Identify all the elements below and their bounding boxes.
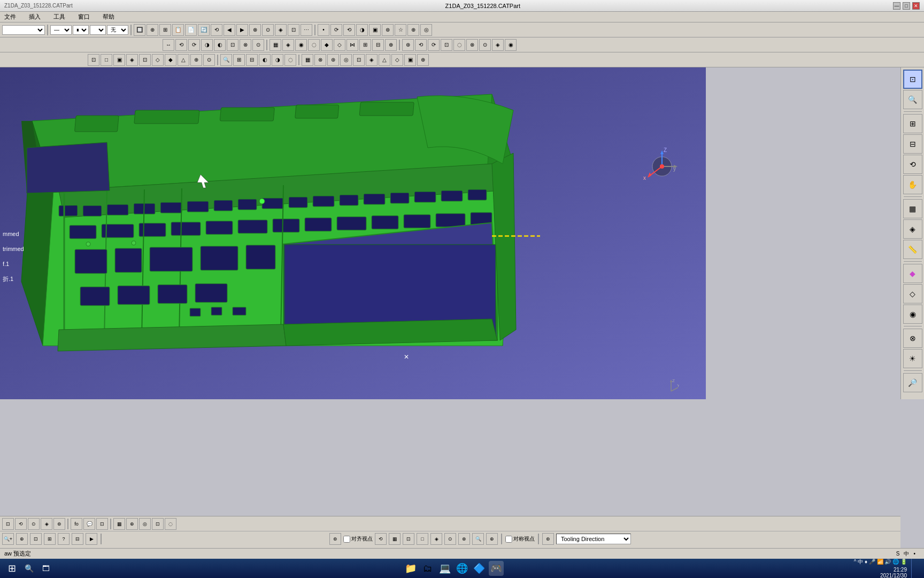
- show-desktop-btn[interactable]: [911, 559, 920, 578]
- tb1-btn6[interactable]: 🔄: [198, 24, 210, 36]
- bctr1-btn12[interactable]: ⊡: [152, 518, 164, 530]
- align-view-checkbox[interactable]: [343, 536, 350, 543]
- tb3-btn26[interactable]: ⊕: [417, 54, 429, 66]
- minimize-btn[interactable]: —: [893, 2, 900, 10]
- bctr2-t1[interactable]: ⊡: [403, 533, 414, 545]
- tb2-btn10[interactable]: ◈: [282, 39, 294, 51]
- bctr1-btn11[interactable]: ◎: [139, 518, 151, 530]
- tb3-btn10[interactable]: ⊙: [203, 54, 215, 66]
- bctr1-btn5[interactable]: ⊛: [53, 518, 65, 530]
- viewport[interactable]: ✕ mmed trimmed f.1 折.1 Z y x: [0, 67, 706, 399]
- tb2-btn27[interactable]: ◉: [505, 39, 517, 51]
- tb2-btn6[interactable]: ⊡: [227, 39, 238, 51]
- bctr2-grid2[interactable]: ▦: [389, 533, 401, 545]
- tb1-btn19[interactable]: ▣: [369, 24, 381, 36]
- tb2-btn15[interactable]: ⋈: [346, 39, 358, 51]
- tb2-btn13[interactable]: ◆: [321, 39, 333, 51]
- menu-window[interactable]: 窗口: [76, 12, 92, 22]
- rt-btn-grid[interactable]: ▦: [903, 199, 922, 218]
- tooling-direction-dropdown[interactable]: Tooling Direction: [556, 534, 631, 544]
- tb3-btn16[interactable]: ◌: [284, 54, 296, 66]
- tb3-btn13[interactable]: ⊟: [246, 54, 258, 66]
- tb1-btn21[interactable]: ☆: [395, 24, 406, 36]
- bctr2-tooldir-icon[interactable]: ⊛: [542, 533, 554, 545]
- tb1-btn1[interactable]: 🔲: [134, 24, 145, 36]
- tb2-btn2[interactable]: ⟲: [175, 39, 187, 51]
- rt-btn-select[interactable]: ⊡: [903, 70, 922, 89]
- tb2-btn7[interactable]: ⊗: [240, 39, 251, 51]
- tb3-btn17[interactable]: ▦: [302, 54, 313, 66]
- bctr2-zoom-out[interactable]: ⊕: [16, 533, 28, 545]
- bctr2-t3[interactable]: ◈: [430, 533, 442, 545]
- bctr1-btn1[interactable]: ⊡: [2, 518, 14, 530]
- window-controls[interactable]: — □ ✕: [893, 2, 920, 10]
- rt-btn-rotate[interactable]: ⟲: [903, 155, 922, 174]
- combo-color[interactable]: ■: [73, 25, 89, 35]
- tb2-btn21[interactable]: ⟳: [428, 39, 440, 51]
- bctr1-btn8[interactable]: ⊡: [96, 518, 108, 530]
- combo-none[interactable]: 无: [107, 25, 128, 35]
- combo-thickness[interactable]: [90, 25, 106, 35]
- bctr1-btn13[interactable]: ◌: [165, 518, 176, 530]
- tb2-btn17[interactable]: ⊟: [372, 39, 384, 51]
- tb1-btn15[interactable]: •: [318, 24, 329, 36]
- tb3-btn12[interactable]: ⊞: [233, 54, 245, 66]
- bctr1-btn3[interactable]: ⊙: [28, 518, 40, 530]
- tb1-btn10[interactable]: ⊗: [249, 24, 261, 36]
- menu-help[interactable]: 帮助: [101, 12, 117, 22]
- tb2-btn26[interactable]: ◈: [492, 39, 504, 51]
- rt-btn-search[interactable]: 🔎: [903, 373, 922, 392]
- tb2-btn24[interactable]: ⊗: [466, 39, 478, 51]
- tb3-btn14[interactable]: ◐: [259, 54, 271, 66]
- tb3-btn21[interactable]: ⊡: [353, 54, 365, 66]
- bctr2-fit[interactable]: ⊡: [30, 533, 42, 545]
- rt-btn-snap[interactable]: ◈: [903, 219, 922, 239]
- tb3-btn20[interactable]: ◎: [340, 54, 352, 66]
- combo-workspace[interactable]: [2, 25, 45, 35]
- bctr2-t5[interactable]: ⊗: [458, 533, 470, 545]
- tb1-btn23[interactable]: ◎: [420, 24, 432, 36]
- rt-btn-light[interactable]: ☀: [903, 349, 922, 368]
- rt-btn-view1[interactable]: ⊞: [903, 114, 922, 133]
- tb3-btn24[interactable]: ◇: [391, 54, 403, 66]
- tb1-btn12[interactable]: ◈: [275, 24, 287, 36]
- tb2-btn11[interactable]: ◉: [295, 39, 307, 51]
- tb3-btn22[interactable]: ◈: [366, 54, 378, 66]
- taskbar-search[interactable]: 🔍: [21, 561, 36, 576]
- bctr2-t7[interactable]: ⊕: [486, 533, 498, 545]
- close-btn[interactable]: ✕: [912, 2, 920, 10]
- tb3-btn4[interactable]: ◈: [126, 54, 138, 66]
- tb3-btn25[interactable]: ▣: [404, 54, 416, 66]
- bctr2-symm[interactable]: ⊛: [329, 533, 341, 545]
- tb2-btn25[interactable]: ⊙: [479, 39, 491, 51]
- tb3-btn5[interactable]: ⊡: [139, 54, 151, 66]
- taskbar-browser[interactable]: 🌐: [455, 561, 469, 576]
- combo-line[interactable]: —: [50, 25, 72, 35]
- bctr2-t4[interactable]: ⊙: [444, 533, 456, 545]
- tb2-btn5[interactable]: ◐: [214, 39, 226, 51]
- tb2-btn23[interactable]: ◌: [453, 39, 465, 51]
- tb1-btn5[interactable]: 📄: [185, 24, 197, 36]
- bctr1-btn6[interactable]: fo: [71, 518, 82, 530]
- taskbar-computer[interactable]: 💻: [437, 561, 452, 576]
- bctr1-btn2[interactable]: ⟲: [15, 518, 27, 530]
- tb2-btn1[interactable]: ↔: [163, 39, 174, 51]
- symm-view-checkbox[interactable]: [505, 536, 512, 543]
- tb3-btn3[interactable]: ▣: [113, 54, 125, 66]
- tb1-btn9[interactable]: ▶: [236, 24, 248, 36]
- taskbar-file-explorer[interactable]: 📁: [403, 561, 418, 576]
- rt-btn-section[interactable]: ⊗: [903, 329, 922, 348]
- rt-btn-shade[interactable]: ◆: [903, 264, 922, 283]
- tb2-btn20[interactable]: ⟲: [415, 39, 427, 51]
- bctr2-pan[interactable]: ⊞: [44, 533, 56, 545]
- bctr1-btn10[interactable]: ⊕: [126, 518, 138, 530]
- tb3-btn7[interactable]: ◆: [165, 54, 176, 66]
- tb2-btn22[interactable]: ⊡: [441, 39, 452, 51]
- rt-btn-pan[interactable]: ✋: [903, 175, 922, 194]
- rt-btn-view2[interactable]: ⊟: [903, 134, 922, 154]
- rt-btn-edge[interactable]: ◉: [903, 305, 922, 324]
- bctr2-t6[interactable]: 🔍: [472, 533, 484, 545]
- tb1-btn22[interactable]: ⊕: [407, 24, 419, 36]
- maximize-btn[interactable]: □: [903, 2, 910, 10]
- bctr2-help[interactable]: ?: [58, 533, 70, 545]
